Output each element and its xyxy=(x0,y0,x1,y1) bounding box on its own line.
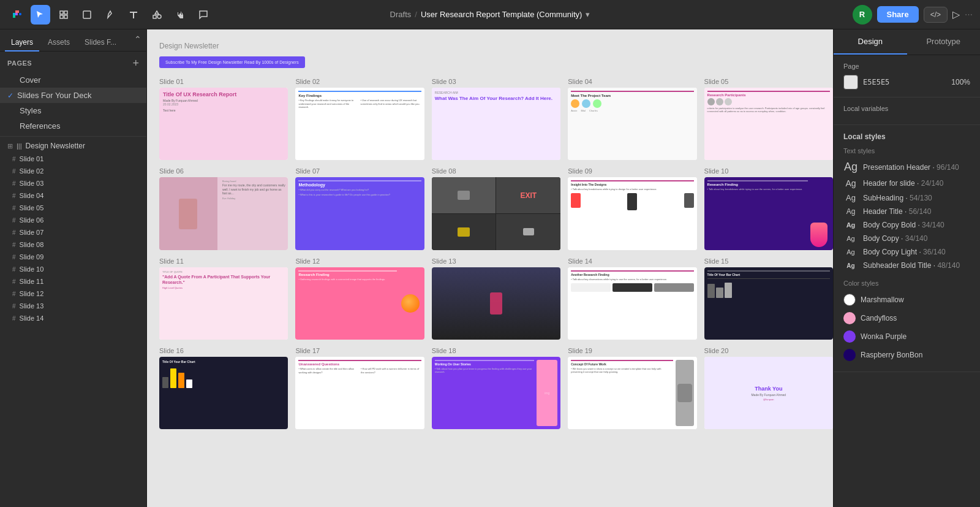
layer-slide-10[interactable]: # Slide 10 xyxy=(0,263,146,275)
page-item-cover[interactable]: Cover xyxy=(0,72,146,88)
svg-rect-1 xyxy=(60,11,63,14)
layer-slide-06[interactable]: # Slide 06 xyxy=(0,214,146,226)
text-tool[interactable] xyxy=(124,5,143,25)
color-style-candyfloss[interactable]: Candyfloss xyxy=(843,309,970,327)
slide-10[interactable]: Research Finding • Talk about key breakd… xyxy=(704,177,833,250)
select-tool[interactable] xyxy=(31,5,50,25)
slide-17-col1: • What users to allow create the title a… xyxy=(298,367,359,374)
layer-label-07: Slide 07 xyxy=(20,229,44,236)
share-button[interactable]: Share xyxy=(877,6,919,23)
slide-08-wrapper: Slide 08 EXIT xyxy=(432,167,560,250)
style-info-8: Subheader Bold Title · 48/140 xyxy=(863,261,970,270)
text-style-body-copy[interactable]: Ag Body Copy · 34/140 xyxy=(843,232,970,245)
text-style-body-light[interactable]: Ag Body Copy Light · 36/140 xyxy=(843,245,970,259)
slide-11-wrapper: Slide 11 TITLE OF QUOTE "Add A Quote Fro… xyxy=(159,257,288,340)
text-style-subheader-bold[interactable]: Ag Subheader Bold Title · 48/140 xyxy=(843,259,970,272)
shape-tool[interactable] xyxy=(77,5,97,25)
layer-slide-02[interactable]: # Slide 02 xyxy=(0,165,146,177)
components-tool[interactable] xyxy=(147,5,167,25)
tab-design[interactable]: Design xyxy=(834,29,907,55)
slide-12-title: Research Finding xyxy=(298,273,396,276)
layer-slide-11[interactable]: # Slide 11 xyxy=(0,275,146,288)
page-color-opacity: 100% xyxy=(951,78,970,86)
layer-slide-04[interactable]: # Slide 04 xyxy=(0,189,146,202)
tab-layers[interactable]: Layers xyxy=(5,34,39,51)
layer-slide-05[interactable]: # Slide 05 xyxy=(0,202,146,214)
slide-20[interactable]: Thank You Made By Furquan Ahmed @furquan xyxy=(704,357,833,429)
slide-08[interactable]: EXIT xyxy=(432,177,560,250)
figma-menu-icon[interactable] xyxy=(7,5,27,25)
pen-tool[interactable] xyxy=(100,5,120,25)
slide-02[interactable]: Key Findings • Key Findings should make … xyxy=(295,88,424,160)
slide-01[interactable]: Title Of UX Research Report Made By Furq… xyxy=(159,88,288,160)
comment-tool[interactable] xyxy=(194,5,213,25)
frame-tool[interactable] xyxy=(54,5,74,25)
color-style-raspberry[interactable]: Raspberry BonBon xyxy=(843,346,970,364)
slide-16[interactable]: Title Of Your Bar Chart xyxy=(159,357,288,429)
slide-15[interactable]: Title Of Your Bar Chart xyxy=(704,267,833,340)
page-item-slides[interactable]: ✓ Slides For Your Deck xyxy=(0,88,146,103)
layer-slide-03[interactable]: # Slide 03 xyxy=(0,177,146,189)
color-style-marshmallow[interactable]: Marshmallow xyxy=(843,291,970,309)
slide-02-wrapper: Slide 02 Key Findings • Key Findings sho… xyxy=(295,78,424,160)
svg-rect-3 xyxy=(60,15,63,18)
layer-slide-12[interactable]: # Slide 12 xyxy=(0,288,146,300)
play-button[interactable]: ▷ xyxy=(952,9,960,20)
slide-03[interactable]: RESEARCH AIM What Was The Aim Of Your Re… xyxy=(432,88,560,160)
layer-slide-14[interactable]: # Slide 14 xyxy=(0,312,146,324)
slide-06[interactable]: Boring found For me my route, the city a… xyxy=(159,177,288,250)
design-newsletter-banner: Design Newsletter Subscribe To My Free D… xyxy=(159,42,833,68)
slide-04[interactable]: Meet The Project Team AnnieBilalCharles xyxy=(568,88,696,160)
layer-label-06: Slide 06 xyxy=(20,216,44,224)
tab-slides[interactable]: Slides F... xyxy=(78,34,123,51)
slide-14[interactable]: Another Research Finding • Talk about ke… xyxy=(568,267,696,340)
slide-18[interactable]: Working On User Stories • Talk about how… xyxy=(432,357,560,429)
slide-09[interactable]: Insight Into The Designs • Talk about ke… xyxy=(568,177,696,250)
slide-07[interactable]: Methodology • What did you carry out the… xyxy=(295,177,424,250)
layer-slide-13[interactable]: # Slide 13 xyxy=(0,300,146,312)
text-style-header-title[interactable]: Ag Header Title · 56/140 xyxy=(843,205,970,218)
svg-point-6 xyxy=(157,15,161,18)
slide-17-wrapper: Slide 17 Unanswered Questions • What use… xyxy=(295,347,424,429)
layer-design-newsletter[interactable]: ⊞ ||| Design Newsletter xyxy=(0,139,146,153)
layer-slide-07[interactable]: # Slide 07 xyxy=(0,226,146,238)
slide-06-label: Slide 06 xyxy=(159,167,288,175)
tab-prototype[interactable]: Prototype xyxy=(907,29,981,55)
slide-02-col1: • Key Findings should make it easy for e… xyxy=(298,99,359,109)
tab-assets[interactable]: Assets xyxy=(42,34,76,51)
color-styles-group: Color styles Marshmallow Candyfloss Wonk… xyxy=(843,280,970,364)
slide-03-label: Slide 03 xyxy=(432,78,560,85)
text-style-subheading[interactable]: Ag SubHeading · 54/130 xyxy=(843,191,970,205)
layer-slide-09[interactable]: # Slide 09 xyxy=(0,251,146,263)
slide-05[interactable]: Research Participants criteria for parti… xyxy=(704,88,833,160)
panel-collapse-icon[interactable]: ⌃ xyxy=(134,34,141,51)
page-color-swatch[interactable] xyxy=(843,75,858,90)
grid-icon-8: # xyxy=(12,242,16,248)
slide-17[interactable]: Unanswered Questions • What users to all… xyxy=(295,357,424,429)
user-avatar[interactable]: R xyxy=(853,5,872,25)
page-label-styles: Styles xyxy=(20,106,41,115)
text-style-body-bold[interactable]: Ag Body Copy Bold · 34/140 xyxy=(843,218,970,232)
newsletter-sub-text: Subscribe To My Free Design Newsletter R… xyxy=(165,60,299,64)
text-style-presentation-header[interactable]: Ag Presentation Header · 96/140 xyxy=(843,158,970,176)
slide-13[interactable] xyxy=(432,267,560,340)
slide-19[interactable]: Concept Of Future Work • We know you wan… xyxy=(568,357,696,429)
slide-11[interactable]: TITLE OF QUOTE "Add A Quote From A Parti… xyxy=(159,267,288,340)
layer-slide-01[interactable]: # Slide 01 xyxy=(0,153,146,165)
page-item-styles[interactable]: Styles xyxy=(0,103,146,118)
add-page-button[interactable]: + xyxy=(132,58,139,69)
layer-slide-08[interactable]: # Slide 08 xyxy=(0,238,146,251)
slide-12[interactable]: Research Finding • Gathering research fi… xyxy=(295,267,424,340)
overflow-icon[interactable]: ⋯ xyxy=(965,10,973,19)
slide-15-label: Slide 15 xyxy=(704,257,833,265)
chevron-down-icon[interactable]: ▾ xyxy=(586,10,590,19)
slide-20-title: Thank You xyxy=(755,386,782,392)
code-button[interactable]: </> xyxy=(924,7,948,23)
hand-tool[interactable] xyxy=(170,5,190,25)
file-title[interactable]: User Research Report Template (Community… xyxy=(421,10,582,19)
text-style-header-slide[interactable]: Ag Header for slide · 24/140 xyxy=(843,176,970,191)
page-item-references[interactable]: References xyxy=(0,118,146,134)
breadcrumb-drafts[interactable]: Drafts xyxy=(390,10,412,19)
color-style-wonka-purple[interactable]: Wonka Purple xyxy=(843,327,970,346)
style-info-4: Header Title · 56/140 xyxy=(863,207,970,216)
